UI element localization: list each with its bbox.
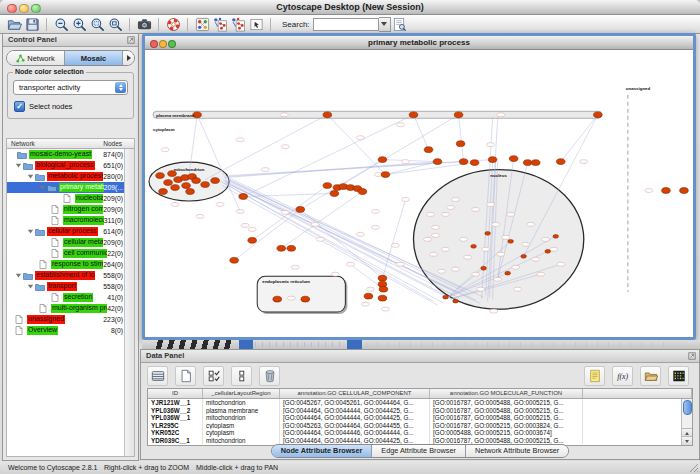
tab-node-attribute-browser[interactable]: Node Attribute Browser [272, 445, 373, 457]
expander-arrow-icon[interactable] [15, 162, 23, 169]
table-row[interactable]: YDR039C__1mitochondrion[GO:0044464, GO:0… [148, 437, 682, 445]
window-titlebar[interactable]: Cytoscape Desktop (New Session) [0, 0, 700, 15]
function-builder-icon[interactable]: f(x) [612, 366, 633, 386]
graph-node[interactable] [379, 286, 388, 292]
column-header-annotation-go-cellular-component[interactable]: annotation.GO CELLULAR_COMPONENT [280, 389, 430, 398]
tab-network-attribute-browser[interactable]: Network Attribute Browser [466, 445, 568, 457]
column-header-cellularlayoutregion[interactable]: _cellularLayoutRegion [203, 389, 280, 398]
expander-arrow-icon[interactable] [27, 173, 35, 180]
table-scrollbar[interactable] [681, 399, 692, 445]
graph-node[interactable] [287, 245, 296, 251]
graph-node[interactable] [248, 237, 257, 243]
graph-node[interactable] [523, 160, 532, 166]
graph-node[interactable] [378, 295, 387, 301]
network-canvas[interactable]: plasma membrane cytoplasm mitochondrion … [145, 50, 693, 337]
attribute-grid-icon[interactable] [147, 366, 168, 386]
expander-arrow-icon[interactable] [15, 272, 23, 279]
graph-node[interactable] [521, 254, 527, 258]
tree-item-mosaic-demo-yeast[interactable]: mosaic-demo-yeast874(0) [7, 149, 125, 160]
graph-node[interactable] [531, 160, 540, 166]
search-dropdown-button[interactable] [379, 17, 391, 32]
tree-item-secretion[interactable]: secretion41(0) [7, 292, 125, 303]
zoom-out-icon[interactable] [52, 16, 70, 32]
import-attributes-icon[interactable] [640, 366, 661, 386]
network-maximize-button[interactable] [168, 40, 176, 48]
expander-arrow-icon[interactable] [39, 184, 47, 191]
graph-node[interactable] [481, 266, 487, 270]
graph-node[interactable] [424, 147, 433, 153]
graph-node[interactable] [553, 234, 559, 238]
zoom-fit-icon[interactable] [106, 16, 124, 32]
graph-node[interactable] [277, 245, 286, 251]
graph-node[interactable] [164, 180, 173, 186]
column-header-annotation-go-molecular-function[interactable]: annotation.GO MOLECULAR_FUNCTION [430, 389, 583, 398]
graph-node[interactable] [201, 182, 210, 188]
resize-grip[interactable] [689, 463, 699, 473]
attribute-notes-icon[interactable] [584, 366, 605, 386]
save-session-icon[interactable] [23, 16, 41, 32]
graph-node[interactable] [556, 159, 565, 165]
tree-item-cell-communicat[interactable]: cell communicat22(0) [7, 248, 125, 259]
table-row[interactable]: YLR295Ccytoplasm[GO:0045263, GO:0044464,… [148, 422, 682, 430]
tab-edge-attribute-browser[interactable]: Edge Attribute Browser [372, 445, 466, 457]
new-network-from-selection-selected-edges-icon[interactable] [229, 16, 247, 32]
attribute-matrix-icon[interactable] [668, 366, 689, 386]
graph-node[interactable] [505, 271, 511, 275]
select-attributes-icon[interactable] [203, 366, 224, 386]
new-network-from-selection-all-edges-icon[interactable] [211, 16, 229, 32]
graph-node[interactable] [459, 159, 468, 165]
tree-item-nucleobase[interactable]: nucleobase-209(0) [7, 193, 125, 204]
search-config-icon[interactable] [391, 16, 409, 32]
graph-node[interactable] [211, 178, 220, 184]
tree-header[interactable]: Network Nodes [7, 139, 134, 149]
tree-item-metabolic-process[interactable]: metabolic process280(0) [7, 171, 125, 182]
expander-arrow-icon[interactable] [27, 228, 35, 235]
column-header-id[interactable]: ID [148, 389, 203, 398]
tab-mosaic[interactable]: Mosaic [65, 51, 123, 65]
tree-item-response-to-stimulu[interactable]: response to stimulu264(0) [7, 259, 125, 270]
tree-item-overview[interactable]: Overview8(0) [7, 325, 125, 336]
graph-node[interactable] [454, 112, 463, 118]
tree-item-multi-organism-pro[interactable]: multi-organism pro42(0) [7, 303, 125, 314]
network-minimize-button[interactable] [159, 40, 167, 48]
graph-node[interactable] [273, 296, 282, 302]
close-button[interactable] [7, 4, 17, 14]
tree-item-biological-process[interactable]: biological_process651(0) [7, 160, 125, 171]
graph-node[interactable] [230, 257, 239, 263]
graph-node[interactable] [509, 156, 518, 162]
graph-node[interactable] [409, 112, 418, 118]
minimize-button[interactable] [19, 4, 29, 14]
snapshot-camera-icon[interactable] [135, 16, 153, 32]
graph-node[interactable] [156, 173, 165, 179]
graph-node[interactable] [159, 189, 168, 195]
tree-scrollbar[interactable] [124, 149, 134, 456]
graph-node[interactable] [488, 157, 497, 163]
graph-node[interactable] [364, 293, 373, 299]
table-row[interactable]: YKR052Ccytoplasm[GO:0044464, GO:0044446,… [148, 429, 682, 437]
graph-node[interactable] [662, 188, 671, 194]
graph-node[interactable] [381, 172, 390, 178]
tree-item-nitrogen-compo[interactable]: nitrogen compo209(0) [7, 204, 125, 215]
expander-arrow-icon[interactable] [27, 283, 35, 290]
tree-item-cellular-process[interactable]: cellular process614(0) [7, 226, 125, 237]
graph-node[interactable] [323, 183, 332, 189]
graph-node[interactable] [323, 112, 332, 118]
graph-node[interactable] [171, 185, 180, 191]
zoom-selected-region-icon[interactable] [88, 16, 106, 32]
graph-node[interactable] [296, 207, 305, 213]
graph-node[interactable] [358, 189, 367, 195]
create-attribute-icon[interactable] [175, 366, 196, 386]
graph-node[interactable] [680, 188, 689, 194]
annotation-icon[interactable] [247, 16, 265, 32]
graph-node[interactable] [594, 112, 603, 118]
maximize-button[interactable] [31, 4, 41, 14]
tree-item-establishment-of-lo[interactable]: establishment of lo558(0) [7, 270, 125, 281]
vizmapper-icon[interactable] [193, 16, 211, 32]
float-panel-icon[interactable] [688, 352, 696, 364]
tree-item-cellular-metabo[interactable]: cellular metabo209(0) [7, 237, 125, 248]
open-file-icon[interactable] [5, 16, 23, 32]
graph-node[interactable] [378, 275, 387, 281]
table-row[interactable]: YPL036W__2plasma membrane[GO:0044464, GO… [148, 407, 682, 415]
tree-item-macromolecule[interactable]: macromolecule311(0) [7, 215, 125, 226]
graph-node[interactable] [443, 295, 449, 299]
